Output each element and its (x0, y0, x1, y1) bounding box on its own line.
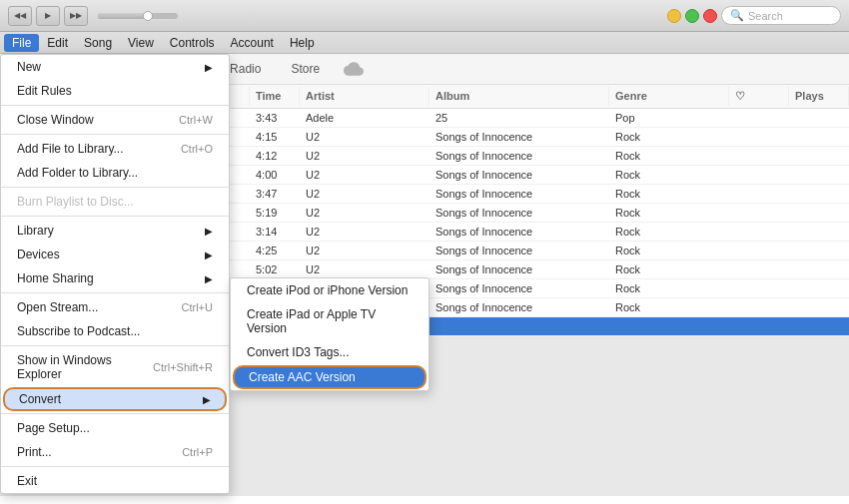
cell-heart (729, 153, 789, 159)
menu-show-windows[interactable]: Show in Windows Explorer Ctrl+Shift+R (1, 348, 229, 386)
fast-forward-button[interactable]: ▶▶ (64, 6, 88, 26)
cell-genre: Rock (609, 185, 729, 203)
submenu-create-aac[interactable]: Create AAC Version (233, 365, 426, 389)
menu-item-song[interactable]: Song (76, 34, 120, 52)
menu-add-file[interactable]: Add File to Library... Ctrl+O (1, 137, 229, 161)
cell-genre (609, 323, 729, 329)
col-artist[interactable]: Artist (300, 87, 429, 106)
cell-time: 3:47 (250, 185, 300, 203)
cell-artist: U2 (300, 204, 429, 222)
submenu-arrow-icon: ▶ (205, 226, 213, 237)
cell-time: 4:15 (250, 128, 300, 146)
cell-plays (789, 210, 849, 216)
file-menu: New ▶ Edit Rules Close Window Ctrl+W Add… (0, 54, 230, 494)
col-genre[interactable]: Genre (609, 87, 729, 106)
menu-print[interactable]: Print... Ctrl+P (1, 440, 229, 464)
search-box[interactable]: 🔍 Search (721, 6, 841, 25)
menu-separator (1, 105, 229, 106)
menu-open-stream[interactable]: Open Stream... Ctrl+U (1, 295, 229, 319)
cell-album: Songs of Innocence (429, 166, 609, 184)
menu-convert[interactable]: Convert ▶ (3, 387, 227, 411)
cell-time: 4:00 (250, 166, 300, 184)
col-time[interactable]: Time (250, 87, 300, 106)
tab-store[interactable]: Store (277, 58, 334, 80)
submenu-convert-id3[interactable]: Convert ID3 Tags... (231, 340, 428, 364)
play-button[interactable]: ▶ (36, 6, 60, 26)
title-bar: ◀◀ ▶ ▶▶ 🔍 Search (0, 0, 849, 32)
menu-new[interactable]: New ▶ (1, 55, 229, 79)
cell-time: 5:02 (250, 260, 300, 278)
cell-album: Songs of Innocence (429, 128, 609, 146)
cell-album: Songs of Innocence (429, 279, 609, 297)
cell-genre: Rock (609, 242, 729, 259)
menu-library[interactable]: Library ▶ (1, 219, 229, 243)
cell-genre: Rock (609, 128, 729, 146)
submenu-create-ipod[interactable]: Create iPod or iPhone Version (231, 278, 428, 302)
cell-plays (789, 229, 849, 235)
menu-devices[interactable]: Devices ▶ (1, 243, 229, 266)
menu-item-help[interactable]: Help (282, 34, 323, 52)
cell-album: 25 (429, 109, 609, 127)
menu-close-window[interactable]: Close Window Ctrl+W (1, 108, 229, 132)
col-album[interactable]: Album (429, 87, 609, 106)
menu-item-file[interactable]: File (4, 34, 39, 52)
cell-genre: Rock (609, 298, 729, 316)
cell-heart (729, 172, 789, 178)
menu-edit-rules[interactable]: Edit Rules (1, 79, 229, 103)
submenu-create-ipad[interactable]: Create iPad or Apple TV Version (231, 302, 428, 340)
rewind-button[interactable]: ◀◀ (8, 6, 32, 26)
cell-heart (729, 191, 789, 197)
menu-bar: File Edit Song View Controls Account Hel… (0, 32, 849, 54)
cell-heart (729, 210, 789, 216)
search-icon: 🔍 (730, 9, 744, 22)
cell-heart (729, 304, 789, 310)
cell-time: 4:12 (250, 147, 300, 165)
menu-subscribe-podcast[interactable]: Subscribe to Podcast... (1, 319, 229, 343)
cell-plays (789, 153, 849, 159)
menu-page-setup[interactable]: Page Setup... (1, 416, 229, 440)
progress-fill (98, 13, 146, 19)
cell-artist: U2 (300, 128, 429, 146)
minimize-button[interactable] (667, 9, 681, 23)
cell-time: 4:25 (250, 242, 300, 259)
menu-separator (1, 345, 229, 346)
progress-bar[interactable] (98, 13, 178, 19)
menu-item-controls[interactable]: Controls (162, 34, 223, 52)
menu-item-account[interactable]: Account (223, 34, 282, 52)
col-heart: ♡ (729, 87, 789, 106)
menu-separator (1, 466, 229, 467)
cell-album: Songs of Innocence (429, 298, 609, 316)
menu-home-sharing[interactable]: Home Sharing ▶ (1, 266, 229, 290)
cell-plays (789, 134, 849, 140)
close-button[interactable] (703, 9, 717, 23)
cell-artist: U2 (300, 147, 429, 165)
cell-album: Songs of Innocence (429, 260, 609, 278)
menu-separator (1, 134, 229, 135)
menu-item-edit[interactable]: Edit (39, 34, 76, 52)
cell-album: Songs of Innocence (429, 147, 609, 165)
menu-separator (1, 216, 229, 217)
cell-time: 3:14 (250, 223, 300, 241)
cell-genre: Rock (609, 279, 729, 297)
menu-add-folder[interactable]: Add Folder to Library... (1, 161, 229, 185)
cell-artist: U2 (300, 260, 429, 278)
cell-time: 3:43 (250, 109, 300, 127)
cell-heart (729, 323, 789, 329)
cell-album: Songs of Innocence (429, 185, 609, 203)
menu-item-view[interactable]: View (120, 34, 162, 52)
cell-artist: U2 (300, 166, 429, 184)
cell-genre: Rock (609, 260, 729, 278)
title-bar-left: ◀◀ ▶ ▶▶ (8, 6, 184, 26)
cell-heart (729, 248, 789, 253)
cell-album: Songs of Innocence (429, 242, 609, 259)
menu-exit[interactable]: Exit (1, 469, 229, 493)
menu-separator (1, 187, 229, 188)
menu-burn-playlist[interactable]: Burn Playlist to Disc... (1, 190, 229, 214)
cell-plays (789, 172, 849, 178)
cell-plays (789, 248, 849, 253)
maximize-button[interactable] (685, 9, 699, 23)
submenu-arrow-icon: ▶ (203, 394, 211, 405)
cell-album (429, 323, 609, 329)
cell-plays (789, 191, 849, 197)
cell-heart (729, 134, 789, 140)
